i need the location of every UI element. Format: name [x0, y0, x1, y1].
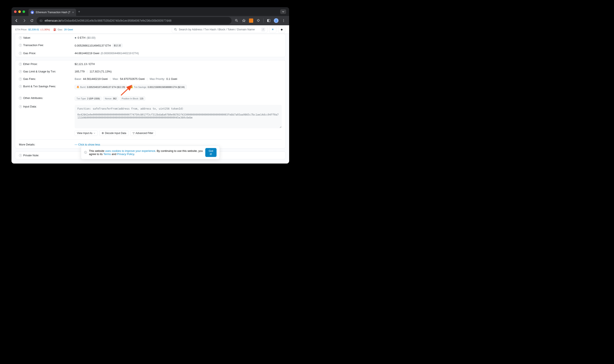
search-placeholder: Search by Address / Txn Hash / Block / T…	[179, 28, 259, 31]
reload-button[interactable]	[29, 18, 35, 24]
row-gas-fees: ?Gas Fees: Base: 44.561440219 Gwei | Max…	[15, 75, 286, 83]
view-input-as-button[interactable]: View Input As	[75, 130, 97, 136]
burnt-badge: 🔥Burnt: 0.005254818714945137 ETH ($12.29…	[75, 85, 127, 89]
row-gas-price: ?Gas Price: 44.661440219 Gwei (0.0000000…	[15, 50, 286, 57]
svg-point-2	[41, 20, 41, 21]
window-minimize-button[interactable]	[280, 9, 286, 14]
savings-badge: 💰Txn Savings: 0.001215699156598888 ETH (…	[128, 85, 187, 89]
theme-toggle-button[interactable]: ☀	[269, 26, 276, 33]
gas-label: Gas:	[58, 28, 63, 31]
advanced-filter-button[interactable]: ▽Advanced Filter	[130, 130, 156, 136]
menu-icon[interactable]	[282, 18, 286, 23]
site-info-icon[interactable]	[40, 19, 42, 23]
position-badge: Position In Block: 115	[120, 96, 145, 101]
input-data-textarea[interactable]	[75, 105, 282, 128]
gas-value[interactable]: 28 Gwei	[64, 28, 73, 31]
svg-point-10	[175, 28, 176, 30]
cookie-banner: ⓘ This website uses cookies to improve y…	[81, 146, 220, 159]
details-card-1: ?Value: ◆ 0 ETH ($0.00) ?Transaction Fee…	[15, 34, 286, 57]
help-icon[interactable]: ?	[19, 105, 22, 108]
svg-point-6	[276, 20, 277, 21]
nonce-badge: Nonce: 362	[103, 96, 118, 101]
txn-type-badge: Txn Type: 2 (EIP-1559)	[75, 96, 102, 101]
row-other-attributes: ?Other Attributes: Txn Type: 2 (EIP-1559…	[15, 94, 286, 103]
close-icon[interactable]: ×	[72, 11, 74, 14]
svg-point-8	[283, 20, 284, 21]
chevron-down-icon	[94, 132, 95, 134]
eth-price-value[interactable]: $2,339.61	[28, 28, 39, 31]
browser-tab-bar: ◆ Ethereum Transaction Hash (T × +	[12, 7, 289, 16]
help-icon[interactable]: ?	[19, 78, 22, 80]
help-icon[interactable]: ?	[19, 52, 22, 55]
eth-price-label: ETH Price:	[15, 28, 27, 31]
row-txn-fee: ?Transaction Fee: 0.005266611014945137 E…	[15, 41, 286, 50]
url-bar[interactable]: etherscan.io/tx/0xba4b62e096181e9c5c9887…	[37, 17, 232, 24]
help-icon[interactable]: ?	[19, 154, 22, 157]
divider	[19, 139, 282, 140]
forward-button[interactable]	[21, 18, 27, 24]
details-card-2: ?Ether Price: $2,121.13 / ETH ?Gas Limit…	[15, 60, 286, 148]
privacy-link[interactable]: Privacy Policy	[117, 153, 134, 156]
cookies-link[interactable]: uses cookies to improve your experience	[105, 149, 155, 153]
help-icon[interactable]: ?	[19, 85, 22, 88]
svg-rect-5	[267, 19, 269, 22]
help-icon[interactable]: ?	[19, 97, 22, 100]
row-input-data: ?Input Data: View Input As ⚙Decode Input…	[15, 103, 286, 138]
gas-pump-icon: ⛽	[53, 28, 56, 31]
browser-toolbar: etherscan.io/tx/0xba4b62e096181e9c5c9887…	[12, 16, 289, 25]
back-button[interactable]	[14, 18, 20, 24]
cookie-text: This website uses cookies to improve you…	[89, 149, 203, 156]
help-icon[interactable]: ?	[19, 63, 22, 66]
terms-link[interactable]: Terms	[103, 153, 111, 156]
decode-icon: ⚙	[102, 132, 104, 135]
extensions-icon[interactable]	[256, 18, 260, 23]
help-icon[interactable]: ?	[19, 44, 22, 47]
traffic-lights	[14, 10, 25, 13]
filter-icon: ▽	[133, 132, 135, 135]
fee-usd-badge: $12.32	[112, 43, 123, 47]
header-stats: ETH Price: $2,339.61 (-1.30%) ⛽ Gas: 28 …	[15, 28, 73, 31]
window-minimize-button[interactable]	[18, 10, 21, 13]
window-close-button[interactable]	[14, 10, 17, 13]
fire-icon: 🔥	[77, 86, 79, 88]
got-it-button[interactable]: Got it!	[205, 148, 217, 157]
toolbar-divider	[263, 18, 264, 23]
svg-point-7	[283, 19, 284, 20]
page-content: ETH Price: $2,339.61 (-1.30%) ⛽ Gas: 28 …	[12, 25, 289, 164]
search-icon	[174, 28, 177, 31]
row-value: ?Value: ◆ 0 ETH ($0.00)	[15, 34, 286, 41]
toolbar-right	[233, 18, 287, 23]
row-burnt-savings: ?Burnt & Txn Savings Fees: 🔥Burnt: 0.005…	[15, 83, 286, 91]
bookmark-icon[interactable]	[242, 18, 246, 23]
eth-price-change: (-1.30%)	[41, 28, 50, 31]
help-icon[interactable]: ?	[19, 70, 22, 73]
window-maximize-button[interactable]	[23, 10, 25, 13]
profile-icon[interactable]	[274, 18, 278, 23]
svg-point-9	[283, 21, 284, 22]
svg-point-1	[40, 20, 41, 21]
metamask-extension-icon[interactable]	[249, 18, 253, 23]
svg-point-3	[235, 19, 237, 21]
info-icon: ⓘ	[84, 151, 87, 154]
new-tab-button[interactable]: +	[78, 10, 80, 13]
header-right: Search by Address / Txn Hash / Block / T…	[172, 26, 285, 33]
browser-window: ◆ Ethereum Transaction Hash (T × + ether…	[12, 7, 289, 164]
search-input[interactable]: Search by Address / Txn Hash / Block / T…	[172, 26, 267, 33]
sidepanel-icon[interactable]	[267, 18, 271, 23]
row-ether-price: ?Ether Price: $2,121.13 / ETH	[15, 60, 286, 68]
row-gas-limit: ?Gas Limit & Usage by Txn: 165,779|117,9…	[15, 68, 286, 75]
page-header: ETH Price: $2,339.61 (-1.30%) ⛽ Gas: 28 …	[12, 25, 289, 34]
tab-favicon-icon: ◆	[31, 11, 34, 14]
eth-diamond-icon: ◆	[75, 36, 76, 39]
ethereum-network-button[interactable]: ◆	[278, 26, 285, 33]
url-text: etherscan.io/tx/0xba4b62e096181e9c5c9887…	[45, 19, 171, 22]
help-icon[interactable]: ?	[19, 36, 22, 39]
savings-icon: 💰	[130, 86, 133, 88]
search-kbd-hint: /	[261, 28, 265, 31]
browser-tab[interactable]: ◆ Ethereum Transaction Hash (T ×	[28, 9, 76, 16]
zoom-icon[interactable]	[234, 18, 239, 23]
tab-title: Ethereum Transaction Hash (T	[36, 11, 70, 14]
decode-input-button[interactable]: ⚙Decode Input Data	[99, 130, 129, 136]
